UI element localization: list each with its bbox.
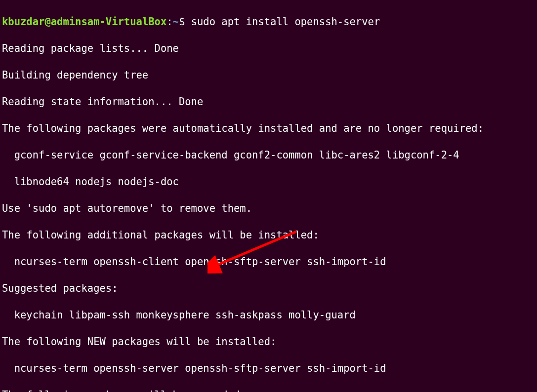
prompt-path: ~ <box>173 16 179 28</box>
output-line: gconf-service gconf-service-backend gcon… <box>2 149 535 162</box>
output-line: Suggested packages: <box>2 282 535 295</box>
output-line: Reading package lists... Done <box>2 42 535 55</box>
output-line: The following additional packages will b… <box>2 229 535 242</box>
output-line: Reading state information... Done <box>2 95 535 109</box>
output-line: keychain libpam-ssh monkeysphere ssh-ask… <box>2 309 535 322</box>
prompt-at: @ <box>44 16 50 28</box>
output-line: Building dependency tree <box>2 69 535 82</box>
output-line: ncurses-term openssh-client openssh-sftp… <box>2 255 535 269</box>
prompt-colon: : <box>166 16 172 28</box>
prompt-host: adminsam-VirtualBox <box>51 16 167 28</box>
output-line: The following packages were automaticall… <box>2 122 535 135</box>
output-line: ncurses-term openssh-server openssh-sftp… <box>2 362 535 375</box>
output-line: Use 'sudo apt autoremove' to remove them… <box>2 202 535 215</box>
prompt-dollar: $ <box>179 16 191 28</box>
output-line: The following NEW packages will be insta… <box>2 335 535 349</box>
output-line: The following packages will be upgraded: <box>2 389 535 392</box>
terminal-output[interactable]: kbuzdar@adminsam-VirtualBox:~$ sudo apt … <box>0 0 537 392</box>
prompt-line: kbuzdar@adminsam-VirtualBox:~$ sudo apt … <box>2 15 535 29</box>
command-text: sudo apt install openssh-server <box>191 16 380 28</box>
output-line: libnode64 nodejs nodejs-doc <box>2 175 535 189</box>
prompt-user: kbuzdar <box>2 16 44 28</box>
